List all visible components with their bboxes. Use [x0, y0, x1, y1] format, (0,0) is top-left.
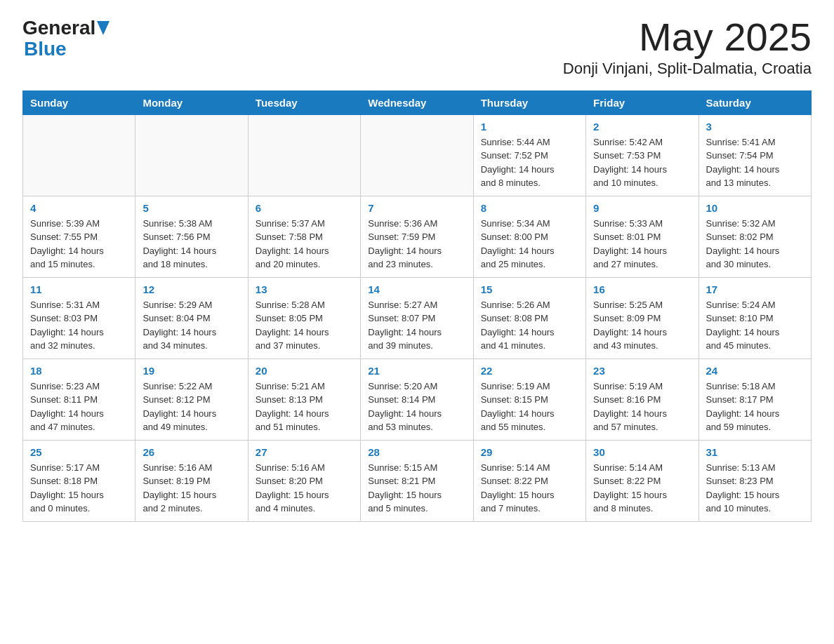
day-info: Sunrise: 5:44 AM Sunset: 7:52 PM Dayligh…	[481, 135, 578, 190]
calendar-cell: 28Sunrise: 5:15 AM Sunset: 8:21 PM Dayli…	[361, 440, 473, 521]
day-info: Sunrise: 5:20 AM Sunset: 8:14 PM Dayligh…	[368, 380, 465, 434]
day-number: 27	[256, 446, 353, 458]
calendar-table: SundayMondayTuesdayWednesdayThursdayFrid…	[22, 90, 812, 522]
day-number: 24	[706, 365, 804, 377]
location-title: Donji Vinjani, Split-Dalmatia, Croatia	[563, 60, 812, 78]
calendar-cell: 20Sunrise: 5:21 AM Sunset: 8:13 PM Dayli…	[248, 358, 360, 440]
calendar-cell: 27Sunrise: 5:16 AM Sunset: 8:20 PM Dayli…	[248, 440, 360, 521]
day-number: 4	[30, 202, 128, 214]
day-number: 30	[593, 446, 691, 458]
day-info: Sunrise: 5:19 AM Sunset: 8:15 PM Dayligh…	[481, 380, 578, 434]
day-number: 1	[481, 121, 578, 133]
calendar-cell: 13Sunrise: 5:28 AM Sunset: 8:05 PM Dayli…	[248, 277, 360, 358]
day-info: Sunrise: 5:13 AM Sunset: 8:23 PM Dayligh…	[706, 461, 804, 516]
day-number: 11	[30, 283, 128, 295]
day-info: Sunrise: 5:15 AM Sunset: 8:21 PM Dayligh…	[368, 461, 465, 516]
logo-general-text: General	[22, 17, 95, 39]
day-number: 2	[593, 121, 691, 133]
day-info: Sunrise: 5:16 AM Sunset: 8:20 PM Dayligh…	[256, 461, 353, 516]
calendar-week-row: 18Sunrise: 5:23 AM Sunset: 8:11 PM Dayli…	[23, 358, 812, 440]
calendar-cell: 29Sunrise: 5:14 AM Sunset: 8:22 PM Dayli…	[473, 440, 585, 521]
day-info: Sunrise: 5:32 AM Sunset: 8:02 PM Dayligh…	[706, 217, 804, 271]
calendar-cell: 16Sunrise: 5:25 AM Sunset: 8:09 PM Dayli…	[586, 277, 699, 358]
day-number: 15	[481, 283, 578, 295]
calendar-day-header: Tuesday	[248, 90, 360, 114]
day-number: 12	[143, 283, 240, 295]
day-number: 26	[143, 446, 240, 458]
calendar-cell: 1Sunrise: 5:44 AM Sunset: 7:52 PM Daylig…	[473, 114, 585, 196]
logo-arrow-icon	[97, 21, 110, 38]
day-info: Sunrise: 5:33 AM Sunset: 8:01 PM Dayligh…	[593, 217, 691, 271]
calendar-day-header: Friday	[586, 90, 699, 114]
calendar-cell: 25Sunrise: 5:17 AM Sunset: 8:18 PM Dayli…	[23, 440, 135, 521]
calendar-day-header: Saturday	[699, 90, 811, 114]
calendar-cell: 30Sunrise: 5:14 AM Sunset: 8:22 PM Dayli…	[586, 440, 699, 521]
day-info: Sunrise: 5:22 AM Sunset: 8:12 PM Dayligh…	[143, 380, 240, 434]
day-info: Sunrise: 5:17 AM Sunset: 8:18 PM Dayligh…	[30, 461, 128, 516]
day-number: 3	[706, 121, 804, 133]
day-info: Sunrise: 5:29 AM Sunset: 8:04 PM Dayligh…	[143, 298, 240, 353]
day-number: 8	[481, 202, 578, 214]
calendar-cell: 17Sunrise: 5:24 AM Sunset: 8:10 PM Dayli…	[699, 277, 811, 358]
day-info: Sunrise: 5:25 AM Sunset: 8:09 PM Dayligh…	[593, 298, 691, 353]
calendar-week-row: 11Sunrise: 5:31 AM Sunset: 8:03 PM Dayli…	[23, 277, 812, 358]
day-number: 22	[481, 365, 578, 377]
day-info: Sunrise: 5:26 AM Sunset: 8:08 PM Dayligh…	[481, 298, 578, 353]
calendar-cell	[135, 114, 248, 196]
day-number: 28	[368, 446, 465, 458]
day-number: 14	[368, 283, 465, 295]
day-info: Sunrise: 5:34 AM Sunset: 8:00 PM Dayligh…	[481, 217, 578, 271]
calendar-cell: 18Sunrise: 5:23 AM Sunset: 8:11 PM Dayli…	[23, 358, 135, 440]
day-number: 31	[706, 446, 804, 458]
calendar-day-header: Monday	[135, 90, 248, 114]
calendar-cell: 9Sunrise: 5:33 AM Sunset: 8:01 PM Daylig…	[586, 196, 699, 277]
day-info: Sunrise: 5:41 AM Sunset: 7:54 PM Dayligh…	[706, 135, 804, 190]
day-number: 10	[706, 202, 804, 214]
page-header: General Blue May 2025 Donji Vinjani, Spl…	[22, 17, 812, 78]
calendar-week-row: 25Sunrise: 5:17 AM Sunset: 8:18 PM Dayli…	[23, 440, 812, 521]
calendar-cell: 26Sunrise: 5:16 AM Sunset: 8:19 PM Dayli…	[135, 440, 248, 521]
calendar-day-header: Thursday	[473, 90, 585, 114]
svg-marker-0	[97, 21, 110, 35]
day-number: 13	[256, 283, 353, 295]
day-number: 16	[593, 283, 691, 295]
calendar-cell: 22Sunrise: 5:19 AM Sunset: 8:15 PM Dayli…	[473, 358, 585, 440]
calendar-cell: 4Sunrise: 5:39 AM Sunset: 7:55 PM Daylig…	[23, 196, 135, 277]
calendar-cell: 31Sunrise: 5:13 AM Sunset: 8:23 PM Dayli…	[699, 440, 811, 521]
day-number: 6	[256, 202, 353, 214]
title-area: May 2025 Donji Vinjani, Split-Dalmatia, …	[563, 17, 812, 78]
day-info: Sunrise: 5:18 AM Sunset: 8:17 PM Dayligh…	[706, 380, 804, 434]
calendar-cell: 15Sunrise: 5:26 AM Sunset: 8:08 PM Dayli…	[473, 277, 585, 358]
calendar-cell: 11Sunrise: 5:31 AM Sunset: 8:03 PM Dayli…	[23, 277, 135, 358]
day-info: Sunrise: 5:36 AM Sunset: 7:59 PM Dayligh…	[368, 217, 465, 271]
day-number: 29	[481, 446, 578, 458]
calendar-week-row: 1Sunrise: 5:44 AM Sunset: 7:52 PM Daylig…	[23, 114, 812, 196]
day-info: Sunrise: 5:37 AM Sunset: 7:58 PM Dayligh…	[256, 217, 353, 271]
day-info: Sunrise: 5:31 AM Sunset: 8:03 PM Dayligh…	[30, 298, 128, 353]
calendar-cell	[23, 114, 135, 196]
month-title: May 2025	[563, 17, 812, 58]
calendar-cell: 6Sunrise: 5:37 AM Sunset: 7:58 PM Daylig…	[248, 196, 360, 277]
day-number: 20	[256, 365, 353, 377]
day-info: Sunrise: 5:19 AM Sunset: 8:16 PM Dayligh…	[593, 380, 691, 434]
calendar-cell	[361, 114, 473, 196]
day-number: 23	[593, 365, 691, 377]
day-number: 18	[30, 365, 128, 377]
day-info: Sunrise: 5:42 AM Sunset: 7:53 PM Dayligh…	[593, 135, 691, 190]
calendar-header-row: SundayMondayTuesdayWednesdayThursdayFrid…	[23, 90, 812, 114]
calendar-cell: 10Sunrise: 5:32 AM Sunset: 8:02 PM Dayli…	[699, 196, 811, 277]
calendar-cell: 2Sunrise: 5:42 AM Sunset: 7:53 PM Daylig…	[586, 114, 699, 196]
day-number: 25	[30, 446, 128, 458]
calendar-cell: 23Sunrise: 5:19 AM Sunset: 8:16 PM Dayli…	[586, 358, 699, 440]
logo-blue-text: Blue	[24, 38, 67, 60]
day-info: Sunrise: 5:14 AM Sunset: 8:22 PM Dayligh…	[481, 461, 578, 516]
calendar-cell: 21Sunrise: 5:20 AM Sunset: 8:14 PM Dayli…	[361, 358, 473, 440]
calendar-cell: 7Sunrise: 5:36 AM Sunset: 7:59 PM Daylig…	[361, 196, 473, 277]
day-info: Sunrise: 5:23 AM Sunset: 8:11 PM Dayligh…	[30, 380, 128, 434]
day-info: Sunrise: 5:16 AM Sunset: 8:19 PM Dayligh…	[143, 461, 240, 516]
day-info: Sunrise: 5:24 AM Sunset: 8:10 PM Dayligh…	[706, 298, 804, 353]
calendar-cell: 8Sunrise: 5:34 AM Sunset: 8:00 PM Daylig…	[473, 196, 585, 277]
day-number: 21	[368, 365, 465, 377]
day-info: Sunrise: 5:38 AM Sunset: 7:56 PM Dayligh…	[143, 217, 240, 271]
calendar-cell: 24Sunrise: 5:18 AM Sunset: 8:17 PM Dayli…	[699, 358, 811, 440]
